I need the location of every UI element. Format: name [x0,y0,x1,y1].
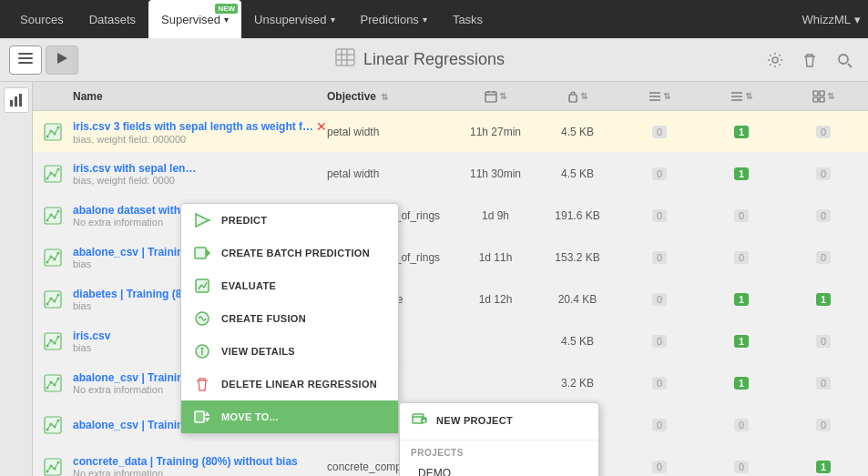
ctx-item-evaluate[interactable]: EVALUATE [181,269,398,302]
row-size: 153.2 KB [536,251,618,264]
svg-marker-102 [196,214,209,227]
row-size: 20.4 KB [536,293,618,306]
new-project-icon [411,410,427,430]
row-name-cell: iris.csv 3 fields with sepal length as w… [69,119,327,145]
nav-user[interactable]: WhizzML ▾ [802,13,861,26]
row-num1: 0 [618,251,700,264]
row-size: 4.5 KB [536,335,618,348]
row-time: 1d 11h [454,251,536,264]
table-row[interactable]: iris.csv with sepal len… ✎ bias, weight … [33,153,868,195]
table-row[interactable]: diabetes | Training (80… ✎ bias plasma g… [33,279,868,320]
svg-point-91 [50,422,53,425]
ctx-item-fusion[interactable]: CREATE FUSION [181,302,398,335]
svg-marker-106 [207,250,209,256]
supervised-arrow: ▾ [224,15,229,25]
row-num2: 0 [700,419,782,431]
header-col5[interactable]: ⇅ [782,90,864,103]
table-row[interactable]: abalone_csv | Training (80%) without bia… [33,362,868,404]
row-num2: 1 [700,126,782,138]
row-name-cell: iris.csv with sepal len… ✎ bias, weight … [69,162,327,186]
row-size: 3.2 KB [536,377,618,390]
configure-button[interactable] [761,46,790,75]
header-col3[interactable]: ⇅ [618,91,700,102]
nav-unsupervised[interactable]: Unsupervised ▾ [241,0,348,38]
header-col4[interactable]: ⇅ [700,91,782,102]
nav-supervised[interactable]: Supervised NEW ▾ [148,0,241,38]
svg-point-52 [54,216,56,218]
title-icon [334,46,356,73]
row-subtitle: bias, weight field: 000000 [73,134,327,145]
table-row[interactable]: abalone dataset with… ✎ No extra informa… [33,195,868,237]
svg-point-69 [57,293,60,296]
context-menu: PREDICT CREATE BATCH PREDICTION EVALUATE… [180,203,399,434]
svg-point-82 [46,386,49,389]
row-time: 1d 12h [454,293,536,306]
svg-point-59 [50,255,53,258]
header-name: Name [69,90,327,103]
ctx-label: EVALUATE [221,280,276,291]
svg-point-74 [46,344,49,347]
unsupervised-arrow: ▾ [331,15,335,25]
sidebar-chart-icon[interactable] [4,87,29,113]
row-name: iris.csv 3 fields with sepal length as w… [73,120,314,133]
delete-button[interactable] [795,46,824,75]
search-button[interactable] [830,46,859,75]
row-num1: 0 [618,461,700,473]
row-num3: 0 [782,126,864,138]
close-icon[interactable]: ✕ [316,119,327,134]
ctx-item-batch[interactable]: CREATE BATCH PREDICTION [181,237,398,269]
svg-point-93 [57,419,60,421]
svg-point-44 [54,174,56,177]
ctx-item-delete[interactable]: DELETE LINEAR REGRESSION [181,368,398,400]
ctx-item-predict[interactable]: PREDICT [181,204,398,237]
play-button[interactable] [46,46,78,75]
ctx-item-move[interactable]: MOVE TO... [181,400,398,433]
row-num3: 0 [782,419,864,431]
table-row[interactable]: iris.csv 3 fields with sepal length as w… [33,111,868,153]
svg-point-50 [46,218,49,221]
row-subtitle: bias, weight field: 0000 [73,175,327,186]
svg-rect-19 [569,95,577,102]
submenu-new-project[interactable]: NEW PROJECT [400,403,598,438]
nav-tasks[interactable]: Tasks [440,0,495,38]
svg-point-53 [57,209,60,212]
sidebar-column [0,82,33,476]
col2-sort: ⇅ [580,91,587,101]
row-num3: 0 [782,167,864,180]
col1-sort: ⇅ [499,91,506,101]
row-num1: 0 [618,377,700,390]
header-col2[interactable]: ⇅ [536,90,618,103]
list-view-button[interactable] [9,46,42,75]
svg-point-43 [50,171,53,174]
nav-predictions[interactable]: Predictions ▾ [348,0,440,38]
row-num2: 1 [700,335,782,348]
row-name: iris.csv [73,329,110,342]
table-row[interactable]: abalone_csv | Training… ✎ bias class_num… [33,237,868,279]
submenu-section-label: PROJECTS [400,442,598,460]
row-size: 4.5 KB [536,126,618,138]
top-nav: Sources Datasets Supervised NEW ▾ Unsupe… [0,0,868,38]
details-icon [192,341,212,361]
row-time: 1d 9h [454,209,536,222]
nav-datasets[interactable]: Datasets [77,0,148,38]
row-time: 11h 30min [454,167,536,180]
col3-sort: ⇅ [663,91,670,101]
row-num3: 1 [782,293,864,306]
row-num2: 0 [700,251,782,264]
svg-rect-1 [18,57,33,59]
play-icon [56,52,68,67]
row-model-icon [36,122,69,142]
svg-rect-27 [820,91,824,96]
nav-sources[interactable]: Sources [7,0,77,38]
submenu: NEW PROJECT PROJECTS DEMOPROJECT LNR [399,402,599,476]
svg-rect-26 [813,91,818,96]
row-num1: 0 [618,209,700,222]
row-num3: 0 [782,377,864,390]
table-row[interactable]: iris.csv ✎ bias 4.5 KB 0 1 0 [33,320,868,362]
header-objective: Objective ⇅ [327,90,454,103]
row-model-icon [36,415,69,435]
ctx-item-details[interactable]: VIEW DETAILS [181,335,398,368]
batch-icon [192,243,212,263]
header-col1[interactable]: ⇅ [454,90,536,103]
submenu-project-0[interactable]: DEMO [400,460,598,476]
